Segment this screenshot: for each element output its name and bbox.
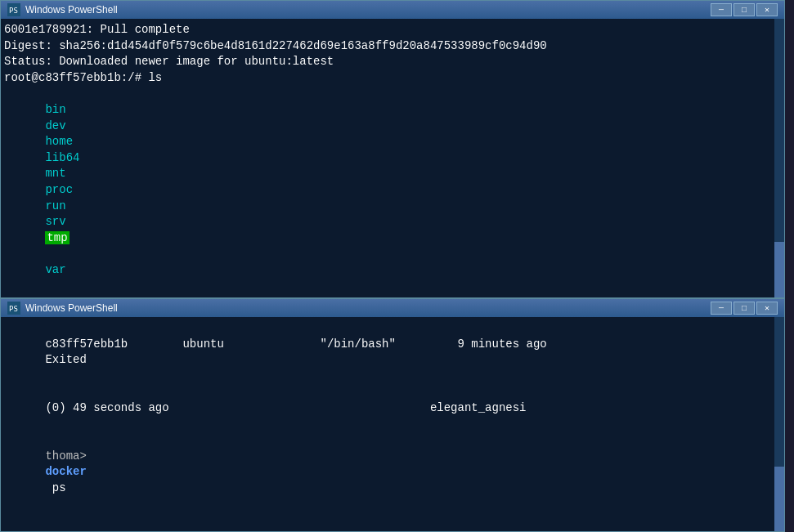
line-container-exited: c83ff57ebb1b ubuntu "/bin/bash" 9 minute… (4, 320, 781, 384)
title-bar-1: PS Windows PowerShell ─ □ ✕ (1, 1, 784, 19)
window-title-2: Windows PowerShell (25, 302, 711, 314)
close-button-2[interactable]: ✕ (756, 302, 778, 315)
scrollbar-1[interactable] (774, 19, 784, 297)
maximize-button-2[interactable]: □ (733, 302, 755, 315)
terminal-1[interactable]: 6001e1789921: Pull complete Digest: sha2… (1, 19, 784, 297)
line-digest: Digest: sha256:d1d454df0f579c6be4d8161d2… (4, 38, 781, 55)
powershell-icon: PS (7, 3, 20, 16)
line-ls-prompt: root@c83ff57ebb1b:/# ls (4, 70, 781, 87)
powershell-window-2: PS Windows PowerShell ─ □ ✕ c83ff57ebb1b… (0, 298, 785, 532)
scrollbar-thumb-1[interactable] (774, 242, 784, 297)
close-button-1[interactable]: ✕ (756, 3, 778, 16)
line-status: Status: Downloaded newer image for ubunt… (4, 54, 781, 70)
title-bar-buttons-2: ─ □ ✕ (711, 302, 778, 315)
svg-text:PS: PS (9, 305, 18, 313)
line-ls-row1: bin dev home lib64 mnt proc run srv tmp … (4, 86, 781, 294)
powershell-window-1: PS Windows PowerShell ─ □ ✕ 6001e1789921… (0, 0, 785, 298)
maximize-button-1[interactable]: □ (733, 3, 755, 16)
powershell-icon-2: PS (7, 302, 20, 315)
line-ps-header: CONTAINER ID IMAGE COMMAND CREATED STATU… (4, 512, 781, 531)
scrollbar-2[interactable] (774, 317, 784, 531)
minimize-button-1[interactable]: ─ (711, 3, 732, 16)
svg-text:PS: PS (9, 7, 18, 15)
line-exited-detail: (0) 49 seconds ago elegant_agnesi (4, 384, 781, 432)
minimize-button-2[interactable]: ─ (711, 302, 732, 315)
line-pull-complete: 6001e1789921: Pull complete (4, 22, 781, 38)
title-bar-buttons-1: ─ □ ✕ (711, 3, 778, 16)
line-docker-ps: thoma> docker ps (4, 432, 781, 512)
window-title-1: Windows PowerShell (25, 4, 711, 16)
scrollbar-thumb-2[interactable] (774, 467, 784, 531)
line-ls-row2: boot etc lib media opt root sbin sys usr (4, 294, 781, 297)
terminal-2[interactable]: c83ff57ebb1b ubuntu "/bin/bash" 9 minute… (1, 317, 784, 531)
title-bar-2: PS Windows PowerShell ─ □ ✕ (1, 299, 784, 317)
